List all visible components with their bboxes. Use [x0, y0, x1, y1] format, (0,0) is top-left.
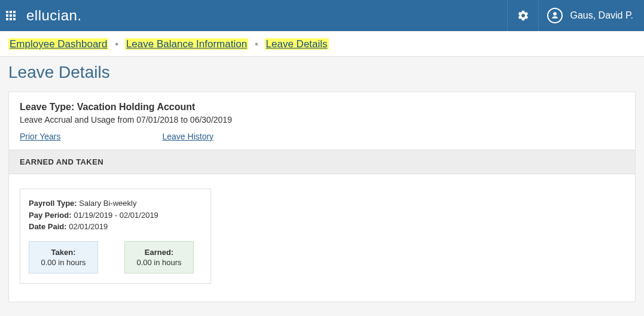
date-paid-value: 02/01/2019 [69, 222, 108, 231]
earned-value: 0.00 in hours [125, 258, 193, 267]
payroll-type-label: Payroll Type: [29, 199, 77, 208]
settings-button[interactable] [507, 0, 538, 31]
earned-and-taken-heading: EARNED AND TAKEN [9, 150, 635, 174]
taken-value: 0.00 in hours [29, 258, 97, 267]
prior-years-link[interactable]: Prior Years [20, 132, 60, 141]
avatar-icon [547, 8, 563, 23]
brand-logo: ellucian. [26, 7, 82, 24]
leave-type-heading: Leave Type: Vacation Holding Account [20, 102, 624, 113]
taken-label: Taken: [29, 248, 97, 257]
leave-history-link[interactable]: Leave History [162, 132, 213, 141]
pay-period-value: 01/19/2019 - 02/01/2019 [74, 211, 158, 220]
earned-box: Earned: 0.00 in hours [124, 241, 194, 274]
leave-details-card: Leave Type: Vacation Holding Account Lea… [8, 92, 636, 302]
pay-period-card: Payroll Type: Salary Bi-weekly Pay Perio… [20, 189, 211, 284]
earned-label: Earned: [125, 248, 193, 257]
breadcrumb: Employee Dashboard • Leave Balance Infor… [0, 31, 644, 57]
top-banner: ellucian. Gaus, David P. [0, 0, 644, 31]
apps-menu-icon[interactable] [6, 11, 16, 20]
breadcrumb-separator: • [115, 38, 118, 50]
username-label: Gaus, David P. [570, 10, 633, 21]
breadcrumb-separator: • [255, 38, 258, 50]
user-menu[interactable]: Gaus, David P. [538, 0, 644, 31]
breadcrumb-leave-balance-information[interactable]: Leave Balance Information [125, 38, 248, 50]
leave-type-prefix: Leave Type: [20, 102, 74, 112]
breadcrumb-employee-dashboard[interactable]: Employee Dashboard [8, 38, 108, 50]
date-paid-label: Date Paid: [29, 222, 67, 231]
page-title: Leave Details [0, 57, 644, 92]
pay-period-label: Pay Period: [29, 211, 72, 220]
payroll-type-value: Salary Bi-weekly [79, 199, 136, 208]
leave-range-text: Leave Accrual and Usage from 07/01/2018 … [20, 115, 624, 124]
leave-type-value: Vacation Holding Account [77, 102, 196, 112]
taken-box: Taken: 0.00 in hours [29, 241, 98, 274]
gear-icon [517, 10, 529, 22]
breadcrumb-leave-details[interactable]: Leave Details [265, 38, 329, 50]
